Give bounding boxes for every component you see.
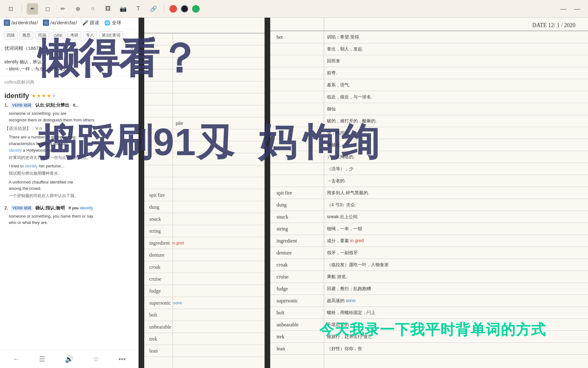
tool-camera[interactable]: 📷 [117,3,129,15]
nb-r-meaning-cruise: 乘船 游览. [327,274,347,280]
nb-r-word-cruise: cruise [277,274,288,280]
bolt-word: bolt [149,312,157,318]
mic-icon: 🎤 [82,20,88,26]
global-label: 全球 [112,20,121,26]
nb-left-line-12 [144,165,265,177]
word-title: identify [4,92,29,100]
nb-r-meaning-6: 临近，接近，与一排名. [327,94,372,100]
speaker-button[interactable]: 🔊 [65,355,73,363]
follow-read[interactable]: 🎤 跟读 [82,20,99,26]
nb-r-meaning-supersonic: 超高速的 sonic [327,298,356,304]
global-read[interactable]: 🌐 全球 [104,20,121,26]
tool-sep-2 [164,4,164,13]
tool-text[interactable]: T [133,3,144,15]
us-phonetic-text: /aɪ'dentrɪfaɪ/ [11,20,38,26]
tool-sep-1 [21,4,22,13]
def-1-pos: VERB 动词 [11,102,33,108]
nb-r-meaning-ingredient: 成分，要素 in gred [327,238,364,244]
tag-ielts[interactable]: 雅思 [20,31,33,39]
nb-r-meaning-lean: （好性）你你，告 [327,346,362,352]
favorite-button[interactable]: ☆ [93,355,99,363]
tool-lasso[interactable]: ⊕ [72,3,83,15]
ingredient-red-note: in gred [350,238,364,243]
definition-2: 2. VERB 动词 确认;指认;验明 If you identify some… [4,205,134,227]
nb-left-ingredient: ingredient in gred [144,237,265,249]
def-1-num: 1. [4,102,8,108]
right-toolbar: ⊡ ✒ ◻ ✏ ⊕ ○ 🖼 📷 T 🔗 — — [0,0,588,18]
nb-r-line-5: 基系，语气. [270,79,588,91]
word-star-1[interactable]: ★ [31,93,36,99]
nb-left-denture: denture [144,249,265,261]
def-2-cn: 确认;指认;验明 [35,205,65,211]
bottom-subtitle: 今天我录一下我平时背单词的方式 [139,320,588,340]
tool-eraser[interactable]: ◻ [42,3,53,15]
nb-r-supersonic: supersonic 超高速的 sonic [270,295,588,307]
tag-cet4[interactable]: 四级 [4,31,18,39]
word-title-row: identify ★ ★ ★ ★ ★ [4,92,134,100]
color-green[interactable] [192,5,200,13]
cruise-word: cruise [149,276,161,282]
supersonic-blue-note: sonic [346,298,356,303]
nb-r-meaning-2: 拿出，朝人，发起. [327,46,363,52]
nb-r-word-snuck: snuck [277,214,288,220]
nb-r-meaning-string: 细绳，一串，一组 [327,226,362,232]
supersonic-note: sonic [173,301,182,305]
nb-r-line-7: 御仙 [270,103,588,115]
notebook-left-top [144,18,265,33]
word-stars[interactable]: ★ ★ ★ ★ ★ [31,93,56,99]
def-2-desc: someone or something, you name them or s… [4,213,134,227]
nb-r-line-6: 临近，接近，与一排名. [270,91,588,103]
nb-r-meaning-12: （活等），少 [327,166,353,172]
nb-r-word-spitfire: spit fire [277,190,292,196]
nb-r-line-4: 前弯. [270,67,588,79]
nb-r-meaning-spitfire: 用多别人.碎气黑最的. [327,190,369,196]
nb-left-spit-fire: spit fire [144,189,265,201]
fudge-word: fudge [149,288,161,294]
globe-icon: 🌐 [104,20,111,26]
def-2-header: 2. VERB 动词 确认;指认;验明 If you identify [4,205,134,211]
tool-link[interactable]: 🔗 [148,3,159,15]
nb-r-meaning-7: 御仙 [327,106,336,112]
tool-pencil[interactable]: ✏ [57,3,68,15]
nb-r-dung: dung （4 弓3）夫众. [270,199,588,211]
nb-r-line-3: 回而来 [270,55,588,67]
word-star-5[interactable]: ★ [52,93,56,99]
nb-r-meaning-bet: 训陷；希望.觉得. [327,34,360,40]
bottom-toolbar: ← ☰ 🔊 ☆ ••• [0,350,139,368]
word-star-4[interactable]: ★ [47,93,51,99]
nb-r-word-string: string [277,226,288,232]
back-button[interactable]: ← [13,355,20,363]
nb-r-ingredient: ingredient 成分，要素 in gred [270,235,588,247]
nb-left-line-13 [144,177,265,189]
color-black[interactable] [181,5,188,13]
nb-left-bolt: bolt [144,309,265,321]
word-star-2[interactable]: ★ [37,93,41,99]
nb-r-line-bet: bet 训陷；希望.觉得. [270,31,588,43]
nb-left-line-5 [144,81,265,93]
nb-r-meaning-13: →去老的. [327,178,346,184]
nb-left-supersonic: supersonic sonic [144,297,265,309]
more-button[interactable]: ••• [118,355,126,363]
tool-image[interactable]: 🖼 [102,3,114,15]
nb-r-meaning-3: 回而来 [327,58,340,64]
nb-r-line-12: （活等），少 [270,163,588,175]
nb-r-meaning-5: 基系，语气. [327,82,350,88]
nb-r-word-croak: croak [277,262,288,268]
tool-select[interactable]: ⊡ [5,3,16,15]
color-red[interactable] [169,5,177,13]
word-star-3[interactable]: ★ [42,93,46,99]
uk-phonetic-text: /aɪ'dentrɪfaɪ/ [50,20,77,26]
us-phonetic: 🇺 /aɪ'dentrɪfaɪ/ [4,20,38,26]
list-button[interactable]: ☰ [39,355,45,363]
def-1-header: 1. VERB 动词 认出;识别;分辨出 If... [4,102,134,108]
nb-r-denture: denture 假牙，一副假牙 [270,247,588,259]
tool-shape[interactable]: ○ [87,3,99,15]
lean-word: lean [149,348,158,354]
tool-pen[interactable]: ✒ [27,3,38,15]
nb-r-meaning-croak: （临拉发）愿吃一叶，人物食派 [327,262,389,268]
example-2-cn: 我试图分辨出她用哪种香水。 [4,170,134,178]
overlay-top-text: 懒得看？ [38,38,199,79]
close-button[interactable]: — [572,3,583,15]
minimize-button[interactable]: — [558,3,569,15]
nb-r-word-lean: lean [277,346,285,352]
